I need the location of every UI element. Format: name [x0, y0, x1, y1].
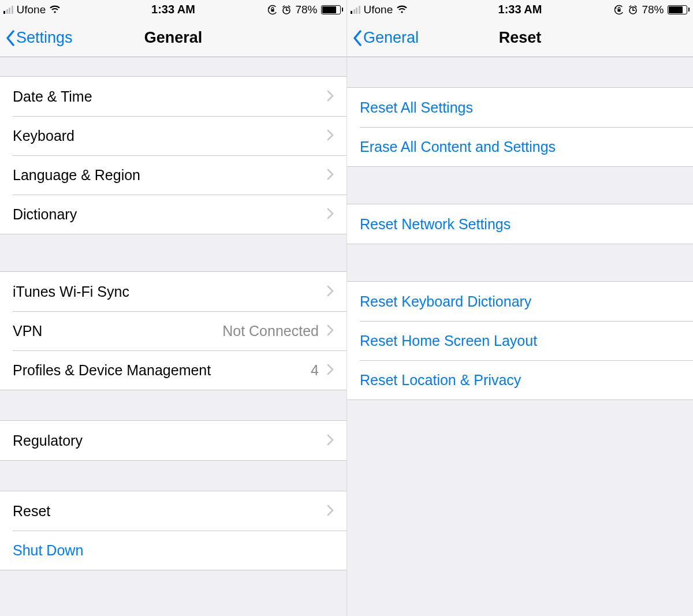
row-label: Reset All Settings: [360, 99, 680, 116]
row-label: Reset: [13, 503, 327, 520]
wifi-icon: [396, 5, 408, 14]
wifi-icon: [49, 5, 61, 14]
svg-line-5: [283, 6, 285, 7]
carrier-label: Ufone: [17, 3, 46, 16]
status-right: 78%: [267, 3, 343, 16]
back-button-general[interactable]: General: [353, 29, 419, 47]
signal-icon: [351, 6, 360, 14]
orientation-lock-icon: [614, 5, 624, 15]
spacer: [347, 244, 693, 281]
svg-line-13: [635, 6, 637, 7]
chevron-right-icon: [327, 432, 334, 449]
svg-rect-8: [618, 9, 621, 12]
status-right: 78%: [614, 3, 690, 16]
back-button-settings[interactable]: Settings: [6, 29, 73, 47]
row-reset-all-settings[interactable]: Reset All Settings: [347, 88, 693, 127]
row-label: Reset Location & Privacy: [360, 372, 680, 389]
group-localization: Date & Time Keyboard Language & Region D…: [0, 76, 346, 234]
row-label: iTunes Wi-Fi Sync: [13, 283, 327, 300]
row-label: VPN: [13, 323, 222, 339]
row-label: Reset Keyboard Dictionary: [360, 293, 680, 310]
back-label: Settings: [16, 29, 73, 47]
screen-general: Ufone 1:33 AM 78%: [0, 0, 346, 616]
row-erase-all-content[interactable]: Erase All Content and Settings: [347, 127, 693, 166]
spacer: [0, 390, 346, 420]
row-label: Dictionary: [13, 206, 327, 223]
group-regulatory: Regulatory: [0, 420, 346, 461]
spacer: [347, 167, 693, 204]
carrier-label: Ufone: [364, 3, 393, 16]
back-label: General: [363, 29, 419, 47]
row-reset-network-settings[interactable]: Reset Network Settings: [347, 204, 693, 244]
svg-line-12: [629, 6, 631, 7]
row-label: Regulatory: [13, 432, 327, 449]
row-label: Language & Region: [13, 167, 327, 184]
status-bar: Ufone 1:33 AM 78%: [0, 0, 346, 19]
row-label: Shut Down: [13, 542, 334, 559]
row-profiles-device-management[interactable]: Profiles & Device Management 4: [0, 350, 346, 390]
svg-rect-1: [271, 9, 274, 12]
group-reset-all: Reset All Settings Erase All Content and…: [347, 87, 693, 167]
alarm-icon: [628, 5, 638, 15]
row-label: Profiles & Device Management: [13, 362, 311, 379]
battery-icon: [668, 5, 690, 14]
row-reset-home-screen-layout[interactable]: Reset Home Screen Layout: [347, 321, 693, 360]
chevron-right-icon: [327, 323, 334, 339]
chevron-right-icon: [327, 88, 334, 105]
row-shut-down[interactable]: Shut Down: [0, 531, 346, 570]
nav-bar: General Reset: [347, 19, 693, 57]
signal-icon: [3, 6, 13, 14]
row-dictionary[interactable]: Dictionary: [0, 195, 346, 234]
group-reset-other: Reset Keyboard Dictionary Reset Home Scr…: [347, 281, 693, 400]
chevron-right-icon: [327, 283, 334, 300]
row-reset-location-privacy[interactable]: Reset Location & Privacy: [347, 360, 693, 400]
row-keyboard[interactable]: Keyboard: [0, 116, 346, 155]
row-reset[interactable]: Reset: [0, 491, 346, 531]
chevron-right-icon: [327, 362, 334, 379]
chevron-right-icon: [327, 503, 334, 520]
row-label: Reset Network Settings: [360, 216, 680, 233]
group-reset-network: Reset Network Settings: [347, 204, 693, 244]
svg-line-6: [289, 6, 290, 7]
row-date-time[interactable]: Date & Time: [0, 77, 346, 116]
group-reset-shutdown: Reset Shut Down: [0, 491, 346, 570]
status-left: Ufone: [3, 3, 61, 16]
chevron-right-icon: [327, 167, 334, 184]
row-language-region[interactable]: Language & Region: [0, 155, 346, 195]
row-regulatory[interactable]: Regulatory: [0, 421, 346, 460]
status-left: Ufone: [351, 3, 408, 16]
row-value: Not Connected: [222, 323, 319, 339]
nav-bar: Settings General: [0, 19, 346, 57]
row-label: Reset Home Screen Layout: [360, 333, 680, 349]
battery-icon: [321, 5, 344, 14]
spacer: [0, 57, 346, 76]
row-value: 4: [311, 362, 319, 379]
row-label: Keyboard: [13, 128, 327, 144]
chevron-left-icon: [6, 30, 15, 46]
row-label: Date & Time: [13, 88, 327, 105]
screen-reset: Ufone 1:33 AM 78%: [346, 0, 693, 616]
chevron-left-icon: [353, 30, 362, 46]
group-sync-vpn: iTunes Wi-Fi Sync VPN Not Connected Prof…: [0, 271, 346, 390]
orientation-lock-icon: [267, 5, 278, 15]
row-vpn[interactable]: VPN Not Connected: [0, 311, 346, 350]
row-label: Erase All Content and Settings: [360, 139, 680, 155]
alarm-icon: [281, 5, 292, 15]
spacer: [0, 461, 346, 491]
status-bar: Ufone 1:33 AM 78%: [347, 0, 693, 19]
spacer: [347, 57, 693, 87]
chevron-right-icon: [327, 206, 334, 223]
row-itunes-wifi-sync[interactable]: iTunes Wi-Fi Sync: [0, 272, 346, 311]
chevron-right-icon: [327, 128, 334, 144]
battery-percent: 78%: [642, 3, 664, 16]
two-screens-container: Ufone 1:33 AM 78%: [0, 0, 693, 616]
row-reset-keyboard-dictionary[interactable]: Reset Keyboard Dictionary: [347, 282, 693, 321]
battery-percent: 78%: [295, 3, 317, 16]
spacer: [0, 234, 346, 271]
